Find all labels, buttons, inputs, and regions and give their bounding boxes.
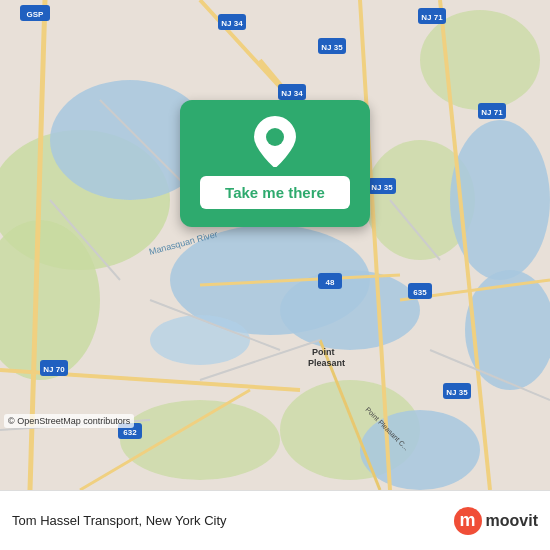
svg-text:NJ 71: NJ 71: [481, 108, 503, 117]
svg-point-5: [120, 400, 280, 480]
svg-text:NJ 35: NJ 35: [446, 388, 468, 397]
location-pin-icon: [250, 116, 300, 166]
svg-text:GSP: GSP: [27, 10, 45, 19]
svg-text:NJ 34: NJ 34: [221, 19, 243, 28]
svg-text:NJ 70: NJ 70: [43, 365, 65, 374]
take-me-there-button[interactable]: Take me there: [200, 176, 350, 209]
svg-text:NJ 34: NJ 34: [281, 89, 303, 98]
svg-text:NJ 71: NJ 71: [421, 13, 443, 22]
svg-text:NJ 35: NJ 35: [321, 43, 343, 52]
osm-attribution: © OpenStreetMap contributors: [4, 414, 134, 428]
footer-title: Tom Hassel Transport, New York City: [12, 513, 227, 528]
svg-point-13: [150, 315, 250, 365]
svg-text:Pleasant: Pleasant: [308, 358, 345, 368]
moovit-wordmark: moovit: [486, 512, 538, 530]
svg-text:635: 635: [413, 288, 427, 297]
svg-text:48: 48: [326, 278, 335, 287]
svg-text:NJ 35: NJ 35: [371, 183, 393, 192]
cta-card: Take me there: [180, 100, 370, 227]
svg-text:632: 632: [123, 428, 137, 437]
map-container: Manasquan River GSP NJ 34 NJ 34 NJ 35 NJ…: [0, 0, 550, 490]
svg-point-3: [420, 10, 540, 110]
moovit-logo: m moovit: [454, 507, 538, 535]
footer-bar: Tom Hassel Transport, New York City m mo…: [0, 490, 550, 550]
moovit-m-icon: m: [454, 507, 482, 535]
svg-text:Point: Point: [312, 347, 335, 357]
svg-point-9: [280, 270, 420, 350]
svg-point-60: [266, 128, 284, 146]
